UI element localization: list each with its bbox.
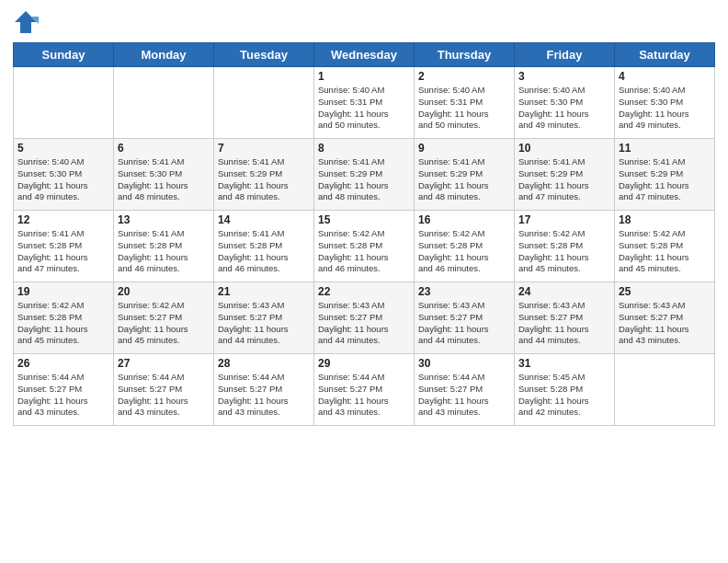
page: SundayMondayTuesdayWednesdayThursdayFrid… — [0, 0, 728, 563]
week-row-1: 1Sunrise: 5:40 AM Sunset: 5:31 PM Daylig… — [14, 67, 715, 139]
day-number: 12 — [17, 213, 109, 226]
day-number: 14 — [218, 213, 310, 226]
day-cell: 20Sunrise: 5:42 AM Sunset: 5:27 PM Dayli… — [114, 282, 214, 354]
day-number: 16 — [418, 213, 510, 226]
day-info: Sunrise: 5:44 AM Sunset: 5:27 PM Dayligh… — [218, 372, 310, 419]
day-cell — [615, 354, 715, 426]
day-number: 8 — [318, 142, 410, 155]
day-info: Sunrise: 5:41 AM Sunset: 5:28 PM Dayligh… — [118, 228, 210, 275]
day-info: Sunrise: 5:42 AM Sunset: 5:28 PM Dayligh… — [318, 228, 410, 275]
col-header-saturday: Saturday — [615, 43, 715, 67]
day-number: 19 — [17, 285, 109, 298]
day-cell: 28Sunrise: 5:44 AM Sunset: 5:27 PM Dayli… — [214, 354, 314, 426]
day-cell: 4Sunrise: 5:40 AM Sunset: 5:30 PM Daylig… — [615, 67, 715, 139]
header — [13, 9, 715, 35]
day-info: Sunrise: 5:43 AM Sunset: 5:27 PM Dayligh… — [619, 300, 711, 347]
day-info: Sunrise: 5:44 AM Sunset: 5:27 PM Dayligh… — [418, 372, 510, 419]
week-row-2: 5Sunrise: 5:40 AM Sunset: 5:30 PM Daylig… — [14, 139, 715, 211]
day-number: 18 — [619, 213, 711, 226]
day-number: 10 — [518, 142, 610, 155]
day-number: 9 — [418, 142, 510, 155]
day-number: 1 — [318, 70, 410, 83]
day-info: Sunrise: 5:42 AM Sunset: 5:28 PM Dayligh… — [619, 228, 711, 275]
day-number: 5 — [17, 142, 109, 155]
day-number: 23 — [418, 285, 510, 298]
day-cell: 30Sunrise: 5:44 AM Sunset: 5:27 PM Dayli… — [415, 354, 515, 426]
day-number: 28 — [218, 357, 310, 370]
day-cell: 26Sunrise: 5:44 AM Sunset: 5:27 PM Dayli… — [14, 354, 114, 426]
day-cell: 16Sunrise: 5:42 AM Sunset: 5:28 PM Dayli… — [415, 211, 515, 282]
day-cell: 29Sunrise: 5:44 AM Sunset: 5:27 PM Dayli… — [314, 354, 415, 426]
logo — [13, 9, 42, 35]
day-info: Sunrise: 5:41 AM Sunset: 5:29 PM Dayligh… — [418, 156, 510, 203]
day-cell: 18Sunrise: 5:42 AM Sunset: 5:28 PM Dayli… — [615, 211, 715, 282]
day-cell: 2Sunrise: 5:40 AM Sunset: 5:31 PM Daylig… — [415, 67, 515, 139]
day-cell — [114, 67, 214, 139]
day-number: 26 — [17, 357, 109, 370]
day-number: 11 — [619, 142, 711, 155]
day-cell — [14, 67, 114, 139]
col-header-wednesday: Wednesday — [314, 43, 415, 67]
week-row-5: 26Sunrise: 5:44 AM Sunset: 5:27 PM Dayli… — [14, 354, 715, 426]
day-cell: 27Sunrise: 5:44 AM Sunset: 5:27 PM Dayli… — [114, 354, 214, 426]
day-number: 25 — [619, 285, 711, 298]
day-number: 13 — [118, 213, 210, 226]
day-cell: 10Sunrise: 5:41 AM Sunset: 5:29 PM Dayli… — [515, 139, 615, 211]
day-number: 17 — [518, 213, 610, 226]
day-cell: 25Sunrise: 5:43 AM Sunset: 5:27 PM Dayli… — [615, 282, 715, 354]
day-number: 2 — [418, 70, 510, 83]
day-cell: 14Sunrise: 5:41 AM Sunset: 5:28 PM Dayli… — [214, 211, 314, 282]
day-number: 24 — [518, 285, 610, 298]
day-info: Sunrise: 5:43 AM Sunset: 5:27 PM Dayligh… — [418, 300, 510, 347]
day-number: 7 — [218, 142, 310, 155]
day-cell: 21Sunrise: 5:43 AM Sunset: 5:27 PM Dayli… — [214, 282, 314, 354]
day-info: Sunrise: 5:41 AM Sunset: 5:28 PM Dayligh… — [17, 228, 109, 275]
day-info: Sunrise: 5:40 AM Sunset: 5:31 PM Dayligh… — [418, 85, 510, 132]
day-number: 21 — [218, 285, 310, 298]
day-info: Sunrise: 5:43 AM Sunset: 5:27 PM Dayligh… — [218, 300, 310, 347]
day-info: Sunrise: 5:42 AM Sunset: 5:28 PM Dayligh… — [418, 228, 510, 275]
day-cell: 5Sunrise: 5:40 AM Sunset: 5:30 PM Daylig… — [14, 139, 114, 211]
day-number: 4 — [619, 70, 711, 83]
col-header-sunday: Sunday — [14, 43, 114, 67]
day-info: Sunrise: 5:43 AM Sunset: 5:27 PM Dayligh… — [318, 300, 410, 347]
day-info: Sunrise: 5:41 AM Sunset: 5:30 PM Dayligh… — [118, 156, 210, 203]
day-info: Sunrise: 5:42 AM Sunset: 5:28 PM Dayligh… — [17, 300, 109, 347]
day-cell: 24Sunrise: 5:43 AM Sunset: 5:27 PM Dayli… — [515, 282, 615, 354]
day-number: 29 — [318, 357, 410, 370]
day-cell — [214, 67, 314, 139]
day-cell: 9Sunrise: 5:41 AM Sunset: 5:29 PM Daylig… — [415, 139, 515, 211]
day-info: Sunrise: 5:41 AM Sunset: 5:28 PM Dayligh… — [218, 228, 310, 275]
day-cell: 23Sunrise: 5:43 AM Sunset: 5:27 PM Dayli… — [415, 282, 515, 354]
col-header-tuesday: Tuesday — [214, 43, 314, 67]
col-header-thursday: Thursday — [415, 43, 515, 67]
day-info: Sunrise: 5:41 AM Sunset: 5:29 PM Dayligh… — [619, 156, 711, 203]
day-info: Sunrise: 5:44 AM Sunset: 5:27 PM Dayligh… — [118, 372, 210, 419]
col-header-monday: Monday — [114, 43, 214, 67]
day-number: 22 — [318, 285, 410, 298]
week-row-4: 19Sunrise: 5:42 AM Sunset: 5:28 PM Dayli… — [14, 282, 715, 354]
day-info: Sunrise: 5:42 AM Sunset: 5:27 PM Dayligh… — [118, 300, 210, 347]
col-header-friday: Friday — [515, 43, 615, 67]
day-cell: 7Sunrise: 5:41 AM Sunset: 5:29 PM Daylig… — [214, 139, 314, 211]
day-info: Sunrise: 5:40 AM Sunset: 5:30 PM Dayligh… — [17, 156, 109, 203]
day-info: Sunrise: 5:40 AM Sunset: 5:30 PM Dayligh… — [518, 85, 610, 132]
day-info: Sunrise: 5:42 AM Sunset: 5:28 PM Dayligh… — [518, 228, 610, 275]
day-cell: 22Sunrise: 5:43 AM Sunset: 5:27 PM Dayli… — [314, 282, 415, 354]
day-cell: 1Sunrise: 5:40 AM Sunset: 5:31 PM Daylig… — [314, 67, 415, 139]
day-number: 30 — [418, 357, 510, 370]
day-cell: 17Sunrise: 5:42 AM Sunset: 5:28 PM Dayli… — [515, 211, 615, 282]
day-cell: 13Sunrise: 5:41 AM Sunset: 5:28 PM Dayli… — [114, 211, 214, 282]
day-number: 31 — [518, 357, 610, 370]
day-number: 27 — [118, 357, 210, 370]
day-info: Sunrise: 5:43 AM Sunset: 5:27 PM Dayligh… — [518, 300, 610, 347]
day-info: Sunrise: 5:40 AM Sunset: 5:30 PM Dayligh… — [619, 85, 711, 132]
day-number: 3 — [518, 70, 610, 83]
day-cell: 12Sunrise: 5:41 AM Sunset: 5:28 PM Dayli… — [14, 211, 114, 282]
day-cell: 15Sunrise: 5:42 AM Sunset: 5:28 PM Dayli… — [314, 211, 415, 282]
day-info: Sunrise: 5:41 AM Sunset: 5:29 PM Dayligh… — [518, 156, 610, 203]
day-info: Sunrise: 5:44 AM Sunset: 5:27 PM Dayligh… — [17, 372, 109, 419]
logo-icon — [13, 9, 39, 35]
svg-marker-0 — [15, 11, 37, 33]
day-info: Sunrise: 5:45 AM Sunset: 5:28 PM Dayligh… — [518, 372, 610, 419]
